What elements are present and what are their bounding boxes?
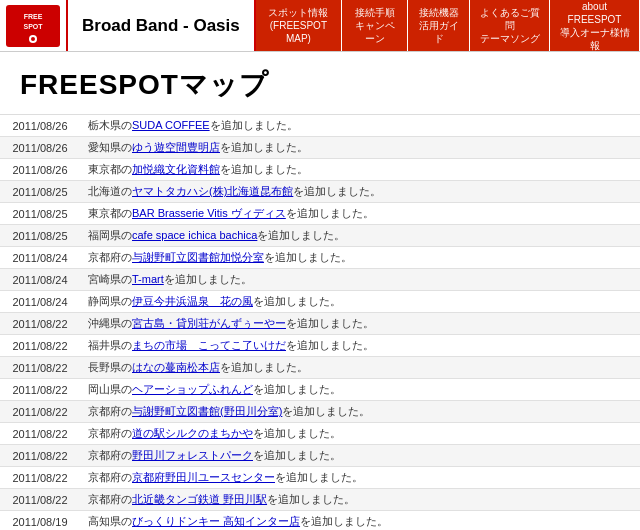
nav-connection-procedure[interactable]: 接続手順 キャンペーン bbox=[342, 0, 408, 51]
header: FREE SPOT Broad Band - Oasis スポット情報 (FRE… bbox=[0, 0, 640, 52]
entry-link[interactable]: 宮古島・貸別荘がんずぅーやー bbox=[132, 317, 286, 329]
table-row: 2011/08/19高知県のびっくりドンキー 高知インター店を追加しました。 bbox=[0, 511, 640, 531]
page-title-area: FREESPOTマップ bbox=[0, 52, 640, 115]
freespot-logo-icon: FREE SPOT bbox=[6, 5, 60, 47]
entry-link[interactable]: ゆう遊空間豊明店 bbox=[132, 141, 220, 153]
table-row: 2011/08/26東京都の加悦織文化資料館を追加しました。 bbox=[0, 159, 640, 181]
table-row: 2011/08/22福井県のまちの市場 こってこ了いけだを追加しました。 bbox=[0, 335, 640, 357]
date-cell: 2011/08/26 bbox=[0, 137, 80, 159]
table-row: 2011/08/24静岡県の伊豆今井浜温泉 花の風を追加しました。 bbox=[0, 291, 640, 313]
svg-point-4 bbox=[31, 37, 35, 41]
content-cell: 宮崎県のT-martを追加しました。 bbox=[80, 269, 640, 291]
table-row: 2011/08/26栃木県のSUDA COFFEEを追加しました。 bbox=[0, 115, 640, 137]
content-cell: 東京都のBAR Brasserie Vitis ヴィディスを追加しました。 bbox=[80, 203, 640, 225]
table-row: 2011/08/24京都府の与謝野町立図書館加悦分室を追加しました。 bbox=[0, 247, 640, 269]
date-cell: 2011/08/22 bbox=[0, 401, 80, 423]
entry-link[interactable]: SUDA COFFEE bbox=[132, 119, 210, 131]
content-cell: 福井県のまちの市場 こってこ了いけだを追加しました。 bbox=[80, 335, 640, 357]
date-cell: 2011/08/22 bbox=[0, 445, 80, 467]
svg-text:SPOT: SPOT bbox=[23, 23, 43, 30]
entry-link[interactable]: 北近畿タンゴ鉄道 野田川駅 bbox=[132, 493, 267, 505]
content-cell: 岡山県のヘアーショップふれんどを追加しました。 bbox=[80, 379, 640, 401]
nav-about[interactable]: about FREESPOT 導入オーナ様情報 bbox=[550, 0, 640, 51]
page-title: FREESPOTマップ bbox=[20, 66, 620, 104]
date-cell: 2011/08/22 bbox=[0, 489, 80, 511]
entry-link[interactable]: 道の駅シルクのまちかや bbox=[132, 427, 253, 439]
nav-faq[interactable]: よくあるご質問 テーマソング bbox=[470, 0, 550, 51]
table-row: 2011/08/22岡山県のヘアーショップふれんどを追加しました。 bbox=[0, 379, 640, 401]
entry-link[interactable]: BAR Brasserie Vitis ヴィディス bbox=[132, 207, 286, 219]
content-cell: 北海道のヤマトタカハシ(株)北海道昆布館を追加しました。 bbox=[80, 181, 640, 203]
table-row: 2011/08/22沖縄県の宮古島・貸別荘がんずぅーやーを追加しました。 bbox=[0, 313, 640, 335]
nav-area: スポット情報 (FREESPOT MAP) 接続手順 キャンペーン 接続機器 活… bbox=[256, 0, 640, 51]
entry-link[interactable]: ヘアーショップふれんど bbox=[132, 383, 253, 395]
date-cell: 2011/08/22 bbox=[0, 423, 80, 445]
date-cell: 2011/08/24 bbox=[0, 291, 80, 313]
logo-area: FREE SPOT bbox=[0, 0, 66, 51]
table-row: 2011/08/25東京都のBAR Brasserie Vitis ヴィディスを… bbox=[0, 203, 640, 225]
entry-link[interactable]: まちの市場 こってこ了いけだ bbox=[132, 339, 286, 351]
date-cell: 2011/08/22 bbox=[0, 379, 80, 401]
nav-spot-info[interactable]: スポット情報 (FREESPOT MAP) bbox=[256, 0, 342, 51]
content-cell: 京都府の与謝野町立図書館(野田川分室)を追加しました。 bbox=[80, 401, 640, 423]
table-row: 2011/08/26愛知県のゆう遊空間豊明店を追加しました。 bbox=[0, 137, 640, 159]
table-body: 2011/08/26栃木県のSUDA COFFEEを追加しました。2011/08… bbox=[0, 115, 640, 530]
content-cell: 京都府の道の駅シルクのまちかやを追加しました。 bbox=[80, 423, 640, 445]
entry-link[interactable]: 与謝野町立図書館加悦分室 bbox=[132, 251, 264, 263]
table-row: 2011/08/22長野県のはなの蔓南松本店を追加しました。 bbox=[0, 357, 640, 379]
table-row: 2011/08/24宮崎県のT-martを追加しました。 bbox=[0, 269, 640, 291]
content-cell: 京都府の与謝野町立図書館加悦分室を追加しました。 bbox=[80, 247, 640, 269]
table-row: 2011/08/22京都府の北近畿タンゴ鉄道 野田川駅を追加しました。 bbox=[0, 489, 640, 511]
date-cell: 2011/08/25 bbox=[0, 181, 80, 203]
entry-link[interactable]: はなの蔓南松本店 bbox=[132, 361, 220, 373]
content-cell: 京都府の野田川フォレストパークを追加しました。 bbox=[80, 445, 640, 467]
content-cell: 長野県のはなの蔓南松本店を追加しました。 bbox=[80, 357, 640, 379]
date-cell: 2011/08/25 bbox=[0, 203, 80, 225]
content-cell: 愛知県のゆう遊空間豊明店を追加しました。 bbox=[80, 137, 640, 159]
date-cell: 2011/08/22 bbox=[0, 313, 80, 335]
content-cell: 栃木県のSUDA COFFEEを追加しました。 bbox=[80, 115, 640, 137]
brand-area: Broad Band - Oasis bbox=[66, 0, 256, 51]
table-row: 2011/08/22京都府の与謝野町立図書館(野田川分室)を追加しました。 bbox=[0, 401, 640, 423]
main-table: 2011/08/26栃木県のSUDA COFFEEを追加しました。2011/08… bbox=[0, 115, 640, 530]
table-row: 2011/08/25福岡県のcafe space ichica bachicaを… bbox=[0, 225, 640, 247]
brand-title: Broad Band - Oasis bbox=[82, 16, 240, 36]
entry-link[interactable]: T-mart bbox=[132, 273, 164, 285]
date-cell: 2011/08/19 bbox=[0, 511, 80, 531]
entry-link[interactable]: 野田川フォレストパーク bbox=[132, 449, 253, 461]
svg-text:FREE: FREE bbox=[24, 13, 43, 20]
date-cell: 2011/08/22 bbox=[0, 467, 80, 489]
entry-link[interactable]: 伊豆今井浜温泉 花の風 bbox=[132, 295, 253, 307]
table-row: 2011/08/25北海道のヤマトタカハシ(株)北海道昆布館を追加しました。 bbox=[0, 181, 640, 203]
table-row: 2011/08/22京都府の道の駅シルクのまちかやを追加しました。 bbox=[0, 423, 640, 445]
entry-link[interactable]: 与謝野町立図書館(野田川分室) bbox=[132, 405, 282, 417]
date-cell: 2011/08/26 bbox=[0, 115, 80, 137]
entry-link[interactable]: cafe space ichica bachica bbox=[132, 229, 257, 241]
date-cell: 2011/08/26 bbox=[0, 159, 80, 181]
date-cell: 2011/08/22 bbox=[0, 357, 80, 379]
entry-link[interactable]: ヤマトタカハシ(株)北海道昆布館 bbox=[132, 185, 293, 197]
nav-devices[interactable]: 接続機器 活用ガイド bbox=[408, 0, 470, 51]
entry-link[interactable]: びっくりドンキー 高知インター店 bbox=[132, 515, 300, 527]
date-cell: 2011/08/22 bbox=[0, 335, 80, 357]
table-row: 2011/08/22京都府の京都府野田川ユースセンターを追加しました。 bbox=[0, 467, 640, 489]
content-cell: 京都府の北近畿タンゴ鉄道 野田川駅を追加しました。 bbox=[80, 489, 640, 511]
content-cell: 福岡県のcafe space ichica bachicaを追加しました。 bbox=[80, 225, 640, 247]
content-cell: 東京都の加悦織文化資料館を追加しました。 bbox=[80, 159, 640, 181]
entry-link[interactable]: 加悦織文化資料館 bbox=[132, 163, 220, 175]
content-cell: 沖縄県の宮古島・貸別荘がんずぅーやーを追加しました。 bbox=[80, 313, 640, 335]
content-cell: 京都府の京都府野田川ユースセンターを追加しました。 bbox=[80, 467, 640, 489]
entry-link[interactable]: 京都府野田川ユースセンター bbox=[132, 471, 275, 483]
date-cell: 2011/08/24 bbox=[0, 247, 80, 269]
content-cell: 静岡県の伊豆今井浜温泉 花の風を追加しました。 bbox=[80, 291, 640, 313]
date-cell: 2011/08/24 bbox=[0, 269, 80, 291]
date-cell: 2011/08/25 bbox=[0, 225, 80, 247]
table-row: 2011/08/22京都府の野田川フォレストパークを追加しました。 bbox=[0, 445, 640, 467]
content-cell: 高知県のびっくりドンキー 高知インター店を追加しました。 bbox=[80, 511, 640, 531]
